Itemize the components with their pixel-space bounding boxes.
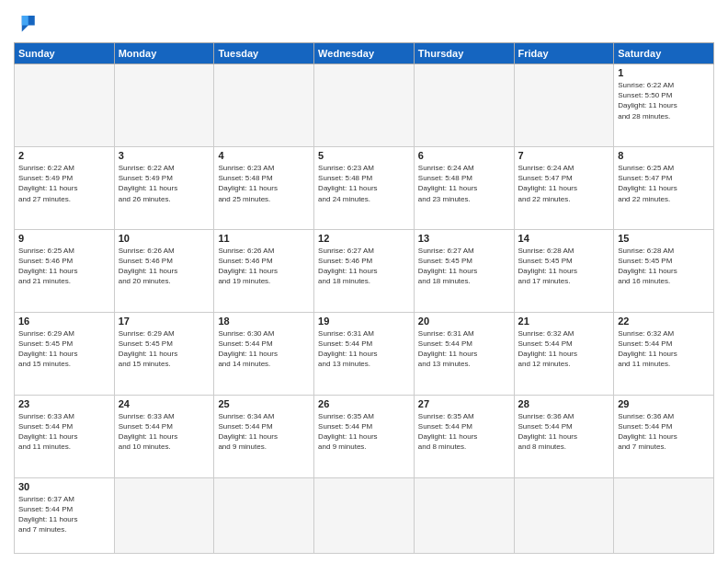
day-cell-13: 13Sunrise: 6:27 AM Sunset: 5:45 PM Dayli… [414, 229, 514, 312]
day-cell-19: 19Sunrise: 6:31 AM Sunset: 5:44 PM Dayli… [314, 312, 415, 395]
day-info-28: Sunrise: 6:36 AM Sunset: 5:44 PM Dayligh… [518, 411, 610, 453]
day-info-4: Sunrise: 6:23 AM Sunset: 5:48 PM Dayligh… [218, 163, 310, 204]
day-info-1: Sunrise: 6:22 AM Sunset: 5:50 PM Dayligh… [618, 80, 710, 121]
day-number-25: 25 [218, 398, 310, 409]
day-info-24: Sunrise: 6:33 AM Sunset: 5:44 PM Dayligh… [119, 411, 210, 453]
day-info-18: Sunrise: 6:30 AM Sunset: 5:44 PM Dayligh… [218, 328, 310, 370]
day-info-3: Sunrise: 6:22 AM Sunset: 5:49 PM Dayligh… [119, 163, 210, 204]
day-info-6: Sunrise: 6:24 AM Sunset: 5:48 PM Dayligh… [418, 163, 510, 204]
empty-cell [514, 477, 614, 553]
day-cell-28: 28Sunrise: 6:36 AM Sunset: 5:44 PM Dayli… [514, 395, 614, 477]
day-number-1: 1 [618, 67, 710, 78]
empty-cell [214, 64, 314, 147]
day-info-8: Sunrise: 6:25 AM Sunset: 5:47 PM Dayligh… [618, 163, 710, 204]
day-info-23: Sunrise: 6:33 AM Sunset: 5:44 PM Dayligh… [18, 411, 110, 453]
day-info-15: Sunrise: 6:28 AM Sunset: 5:45 PM Dayligh… [618, 246, 710, 287]
day-number-3: 3 [119, 150, 210, 161]
calendar-row-4: 23Sunrise: 6:33 AM Sunset: 5:44 PM Dayli… [15, 395, 714, 477]
day-info-25: Sunrise: 6:34 AM Sunset: 5:44 PM Dayligh… [218, 411, 310, 453]
day-number-4: 4 [218, 150, 310, 161]
day-cell-15: 15Sunrise: 6:28 AM Sunset: 5:45 PM Dayli… [614, 229, 714, 312]
weekday-header-thursday: Thursday [414, 43, 514, 64]
day-number-24: 24 [119, 398, 210, 409]
page: SundayMondayTuesdayWednesdayThursdayFrid… [0, 0, 728, 563]
empty-cell [414, 477, 514, 553]
day-info-19: Sunrise: 6:31 AM Sunset: 5:44 PM Dayligh… [318, 328, 410, 370]
day-cell-12: 12Sunrise: 6:27 AM Sunset: 5:46 PM Dayli… [314, 229, 415, 312]
weekday-header-saturday: Saturday [614, 43, 714, 64]
day-number-19: 19 [318, 316, 410, 327]
day-number-8: 8 [618, 150, 710, 161]
day-number-5: 5 [318, 150, 410, 161]
empty-cell [614, 477, 714, 553]
calendar-table: SundayMondayTuesdayWednesdayThursdayFrid… [14, 42, 714, 554]
calendar-row-5: 30Sunrise: 6:37 AM Sunset: 5:44 PM Dayli… [15, 477, 714, 553]
day-number-2: 2 [18, 150, 110, 161]
weekday-header-monday: Monday [114, 43, 214, 64]
day-cell-7: 7Sunrise: 6:24 AM Sunset: 5:47 PM Daylig… [514, 146, 614, 229]
day-cell-2: 2Sunrise: 6:22 AM Sunset: 5:49 PM Daylig… [15, 146, 115, 229]
calendar-row-0: 1Sunrise: 6:22 AM Sunset: 5:50 PM Daylig… [15, 64, 714, 147]
empty-cell [314, 64, 415, 147]
day-number-10: 10 [119, 233, 210, 244]
day-number-15: 15 [618, 233, 710, 244]
day-cell-21: 21Sunrise: 6:32 AM Sunset: 5:44 PM Dayli… [514, 312, 614, 395]
day-info-7: Sunrise: 6:24 AM Sunset: 5:47 PM Dayligh… [518, 163, 610, 204]
day-cell-14: 14Sunrise: 6:28 AM Sunset: 5:45 PM Dayli… [514, 229, 614, 312]
day-number-21: 21 [518, 316, 610, 327]
day-info-12: Sunrise: 6:27 AM Sunset: 5:46 PM Dayligh… [318, 246, 410, 287]
day-info-30: Sunrise: 6:37 AM Sunset: 5:44 PM Dayligh… [18, 494, 110, 535]
weekday-header-tuesday: Tuesday [214, 43, 314, 64]
day-number-17: 17 [119, 316, 210, 327]
day-cell-16: 16Sunrise: 6:29 AM Sunset: 5:45 PM Dayli… [15, 312, 115, 395]
day-info-2: Sunrise: 6:22 AM Sunset: 5:49 PM Dayligh… [18, 163, 110, 204]
day-cell-29: 29Sunrise: 6:36 AM Sunset: 5:44 PM Dayli… [614, 395, 714, 477]
day-number-16: 16 [18, 316, 110, 327]
day-number-20: 20 [418, 316, 510, 327]
logo [14, 9, 43, 35]
empty-cell [114, 64, 214, 147]
day-info-16: Sunrise: 6:29 AM Sunset: 5:45 PM Dayligh… [18, 328, 110, 370]
day-cell-6: 6Sunrise: 6:24 AM Sunset: 5:48 PM Daylig… [414, 146, 514, 229]
empty-cell [114, 477, 214, 553]
empty-cell [414, 64, 514, 147]
day-cell-25: 25Sunrise: 6:34 AM Sunset: 5:44 PM Dayli… [214, 395, 314, 477]
day-info-20: Sunrise: 6:31 AM Sunset: 5:44 PM Dayligh… [418, 328, 510, 370]
day-cell-11: 11Sunrise: 6:26 AM Sunset: 5:46 PM Dayli… [214, 229, 314, 312]
day-number-13: 13 [418, 233, 510, 244]
day-cell-3: 3Sunrise: 6:22 AM Sunset: 5:49 PM Daylig… [114, 146, 214, 229]
day-info-5: Sunrise: 6:23 AM Sunset: 5:48 PM Dayligh… [318, 163, 410, 204]
day-number-11: 11 [218, 233, 310, 244]
calendar-row-3: 16Sunrise: 6:29 AM Sunset: 5:45 PM Dayli… [15, 312, 714, 395]
day-number-12: 12 [318, 233, 410, 244]
empty-cell [214, 477, 314, 553]
day-info-17: Sunrise: 6:29 AM Sunset: 5:45 PM Dayligh… [119, 328, 210, 370]
calendar-row-2: 9Sunrise: 6:25 AM Sunset: 5:46 PM Daylig… [15, 229, 714, 312]
day-info-26: Sunrise: 6:35 AM Sunset: 5:44 PM Dayligh… [318, 411, 410, 453]
day-number-30: 30 [18, 481, 110, 492]
day-cell-22: 22Sunrise: 6:32 AM Sunset: 5:44 PM Dayli… [614, 312, 714, 395]
weekday-header-sunday: Sunday [15, 43, 115, 64]
day-cell-4: 4Sunrise: 6:23 AM Sunset: 5:48 PM Daylig… [214, 146, 314, 229]
empty-cell [514, 64, 614, 147]
day-cell-27: 27Sunrise: 6:35 AM Sunset: 5:44 PM Dayli… [414, 395, 514, 477]
svg-marker-1 [22, 16, 28, 26]
day-number-26: 26 [318, 398, 410, 409]
empty-cell [15, 64, 115, 147]
day-info-21: Sunrise: 6:32 AM Sunset: 5:44 PM Dayligh… [518, 328, 610, 370]
day-info-11: Sunrise: 6:26 AM Sunset: 5:46 PM Dayligh… [218, 246, 310, 287]
day-number-14: 14 [518, 233, 610, 244]
day-number-9: 9 [18, 233, 110, 244]
day-cell-30: 30Sunrise: 6:37 AM Sunset: 5:44 PM Dayli… [15, 477, 115, 553]
day-number-18: 18 [218, 316, 310, 327]
day-info-22: Sunrise: 6:32 AM Sunset: 5:44 PM Dayligh… [618, 328, 710, 370]
day-info-9: Sunrise: 6:25 AM Sunset: 5:46 PM Dayligh… [18, 246, 110, 287]
day-cell-8: 8Sunrise: 6:25 AM Sunset: 5:47 PM Daylig… [614, 146, 714, 229]
day-number-7: 7 [518, 150, 610, 161]
day-number-6: 6 [418, 150, 510, 161]
day-cell-1: 1Sunrise: 6:22 AM Sunset: 5:50 PM Daylig… [614, 64, 714, 147]
day-cell-23: 23Sunrise: 6:33 AM Sunset: 5:44 PM Dayli… [15, 395, 115, 477]
day-info-10: Sunrise: 6:26 AM Sunset: 5:46 PM Dayligh… [119, 246, 210, 287]
day-info-14: Sunrise: 6:28 AM Sunset: 5:45 PM Dayligh… [518, 246, 610, 287]
weekday-header-wednesday: Wednesday [314, 43, 415, 64]
